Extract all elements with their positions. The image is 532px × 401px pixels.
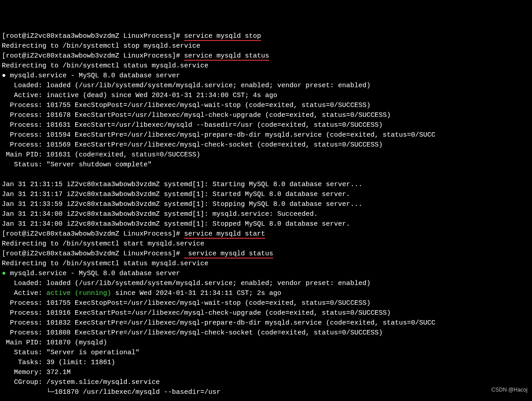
output-line: Loaded: loaded (/usr/lib/systemd/system/… bbox=[2, 82, 370, 89]
log-line: Jan 31 21:34:00 iZ2vc80xtaa3wbowb3vzdmZ … bbox=[2, 220, 350, 228]
output-line: Process: 101594 ExecStartPre=/usr/libexe… bbox=[2, 131, 435, 139]
command-start: service mysqld start bbox=[184, 230, 265, 239]
log-line: Jan 31 21:33:59 iZ2vc80xtaa3wbowb3vzdmZ … bbox=[2, 200, 362, 208]
command-status: service mysqld status bbox=[184, 250, 273, 258]
log-line: Jan 31 21:34:00 iZ2vc80xtaa3wbowb3vzdmZ … bbox=[2, 210, 318, 218]
log-line: Jan 31 21:31:17 iZ2vc80xtaa3wbowb3vzdmZ … bbox=[2, 191, 350, 198]
output-line: Active: inactive (dead) since Wed 2024-0… bbox=[2, 92, 277, 99]
output-line: Process: 101808 ExecStartPre=/usr/libexe… bbox=[2, 329, 383, 337]
output-line: Process: 101755 ExecStopPost=/usr/libexe… bbox=[2, 299, 370, 307]
output-line: Main PID: 101631 (code=exited, status=0/… bbox=[2, 151, 200, 159]
active-line: Active: active (running) since Wed 2024-… bbox=[2, 290, 281, 297]
output-line: Tasks: 39 (limit: 11861) bbox=[2, 359, 115, 366]
output-line: Status: "Server is operational" bbox=[2, 349, 140, 356]
watermark: CSDN @Hacoj bbox=[491, 385, 527, 395]
output-line: Redirecting to /bin/systemctl status mys… bbox=[2, 260, 208, 267]
blank-line bbox=[2, 171, 6, 178]
command-status: service mysqld status bbox=[184, 52, 269, 61]
output-line: Process: 101569 ExecStartPre=/usr/libexe… bbox=[2, 141, 383, 149]
terminal-output[interactable]: [root@iZ2vc80xtaa3wbowb3vzdmZ LinuxProce… bbox=[2, 31, 530, 401]
output-line: Memory: 372.1M bbox=[2, 369, 71, 376]
status-bullet-icon: ● bbox=[2, 270, 6, 277]
output-line: Redirecting to /bin/systemctl start mysq… bbox=[2, 240, 204, 248]
output-line: Redirecting to /bin/systemctl status mys… bbox=[2, 62, 208, 70]
prompt-line: [root@iZ2vc80xtaa3wbowb3vzdmZ LinuxProce… bbox=[2, 250, 273, 258]
status-bullet-icon: ● bbox=[2, 72, 6, 80]
output-line: Process: 101755 ExecStopPost=/usr/libexe… bbox=[2, 102, 370, 109]
output-line: Process: 101916 ExecStartPost=/usr/libex… bbox=[2, 309, 391, 317]
output-line: Redirecting to /bin/systemctl stop mysql… bbox=[2, 42, 200, 50]
output-line: CGroup: /system.slice/mysqld.service bbox=[2, 379, 160, 386]
output-line: Main PID: 101870 (mysqld) bbox=[2, 339, 107, 347]
output-line: Process: 101678 ExecStartPost=/usr/libex… bbox=[2, 111, 391, 119]
service-header: ● mysqld.service - MySQL 8.0 database se… bbox=[2, 72, 180, 80]
prompt-line: [root@iZ2vc80xtaa3wbowb3vzdmZ LinuxProce… bbox=[2, 52, 269, 61]
log-line: Jan 31 21:31:15 iZ2vc80xtaa3wbowb3vzdmZ … bbox=[2, 181, 362, 188]
output-line: Process: 101832 ExecStartPre=/usr/libexe… bbox=[2, 319, 435, 327]
command-stop: service mysqld stop bbox=[184, 32, 261, 41]
output-line: Loaded: loaded (/usr/lib/systemd/system/… bbox=[2, 280, 370, 287]
service-header: ● mysqld.service - MySQL 8.0 database se… bbox=[2, 270, 180, 277]
active-running: active (running) bbox=[46, 290, 111, 297]
blank-line bbox=[2, 398, 6, 401]
prompt-line: [root@iZ2vc80xtaa3wbowb3vzdmZ LinuxProce… bbox=[2, 230, 265, 239]
output-line: Process: 101631 ExecStart=/usr/libexec/m… bbox=[2, 121, 383, 129]
output-line: Status: "Server shutdown complete" bbox=[2, 161, 152, 169]
cgroup-child: └─101870 /usr/libexec/mysqld --basedir=/… bbox=[2, 388, 221, 396]
prompt-line: [root@iZ2vc80xtaa3wbowb3vzdmZ LinuxProce… bbox=[2, 32, 261, 41]
